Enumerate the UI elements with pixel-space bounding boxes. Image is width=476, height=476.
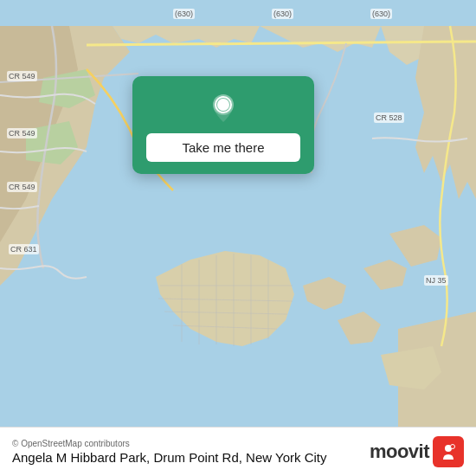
svg-point-16 [219, 100, 228, 109]
bottom-bar: © OpenStreetMap contributors Angela M Hi… [0, 427, 476, 476]
moovit-logo: moovit [370, 436, 464, 467]
take-me-there-button[interactable]: Take me there [146, 133, 300, 162]
moovit-icon [433, 436, 464, 467]
popup-card: Take me there [132, 76, 314, 174]
moovit-text: moovit [370, 441, 429, 463]
svg-point-18 [451, 445, 455, 449]
location-pin [207, 92, 240, 125]
location-label: Angela M Hibbard Park, Drum Point Rd, Ne… [12, 450, 326, 465]
map-container: CR 549 CR 549 CR 549 CR 631 CR 528 (630)… [0, 0, 476, 476]
osm-attribution: © OpenStreetMap contributors [12, 439, 326, 448]
map-svg [0, 0, 476, 476]
bottom-left-info: © OpenStreetMap contributors Angela M Hi… [12, 439, 326, 465]
